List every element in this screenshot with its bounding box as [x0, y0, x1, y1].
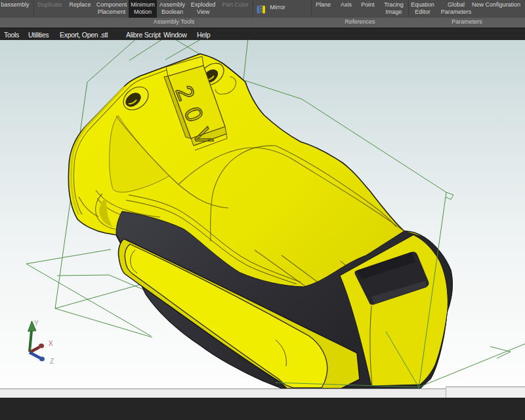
svg-text:X: X	[49, 340, 53, 347]
svg-text:Y: Y	[34, 320, 39, 327]
svg-text:Z: Z	[50, 358, 54, 365]
